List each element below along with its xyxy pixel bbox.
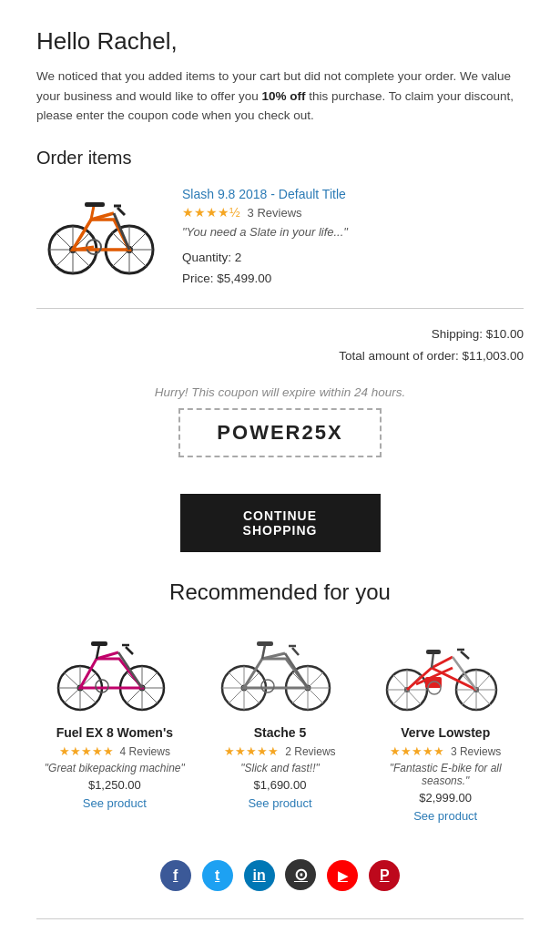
intro-text: We noticed that you added items to your … (36, 67, 524, 126)
rec-name-1: Stache 5 (202, 725, 359, 740)
discount-text: 10% off (261, 89, 305, 103)
pinterest-icon[interactable]: P (369, 860, 400, 891)
rec-reviews-2: 3 Reviews (451, 745, 501, 758)
rec-reviews-1: 2 Reviews (285, 745, 335, 758)
svg-line-55 (262, 645, 265, 659)
rec-item-2: Verve Lowstep ★★★★★ 3 Reviews "Fantastic… (367, 627, 524, 823)
email-container: Hello Rachel, We noticed that you added … (0, 0, 560, 933)
svg-line-17 (117, 208, 125, 215)
recommended-grid: Fuel EX 8 Women's ★★★★★ 4 Reviews "Great… (36, 627, 524, 823)
rec-name-2: Verve Lowstep (367, 725, 524, 740)
order-totals: Shipping: $10.00 Total amount of order: … (36, 323, 524, 368)
linkedin-icon[interactable]: in (244, 860, 275, 891)
rec-price-1: $1,690.00 (202, 778, 359, 792)
recommended-title: Recommended for you (36, 579, 524, 605)
rec-quote-2: "Fantastic E-bike for all seasons." (367, 762, 524, 787)
product-reviews: 3 Reviews (248, 206, 302, 220)
social-bar: f t in ⊙ ▶ P (36, 841, 524, 900)
footer-divider (36, 918, 524, 919)
svg-rect-36 (91, 641, 107, 646)
twitter-icon[interactable]: t (202, 860, 233, 891)
rec-quote-0: "Great bikepacking machine" (36, 762, 193, 774)
facebook-icon[interactable]: f (160, 860, 191, 891)
rec-link-2[interactable]: See product (413, 809, 477, 823)
rec-link-0[interactable]: See product (83, 796, 147, 810)
shipping-row: Shipping: $10.00 (36, 323, 524, 345)
total-row: Total amount of order: $11,003.00 (36, 345, 524, 367)
product-quantity: Quantity: 2 (182, 248, 524, 269)
rec-stars-0: ★★★★★ (59, 744, 114, 758)
product-price: Price: $5,499.00 (182, 269, 524, 290)
svg-rect-79 (426, 650, 441, 654)
product-details: Slash 9.8 2018 - Default Title ★★★★½ 3 R… (182, 183, 524, 290)
continue-shopping-button[interactable]: CONTINUE SHOPPING (180, 494, 381, 552)
order-item: Slash 9.8 2018 - Default Title ★★★★½ 3 R… (36, 183, 524, 290)
svg-line-75 (432, 657, 453, 668)
coupon-message: Hurry! This coupon will expire within 24… (36, 385, 524, 399)
rec-price-2: $2,999.00 (367, 791, 524, 805)
coupon-section: Hurry! This coupon will expire within 24… (36, 385, 524, 476)
svg-rect-15 (85, 202, 105, 207)
rec-stars-2: ★★★★★ (390, 744, 444, 758)
svg-point-60 (261, 680, 274, 692)
svg-line-57 (285, 653, 308, 688)
rec-price-0: $1,250.00 (36, 778, 193, 792)
rec-image-0 (36, 627, 193, 718)
coupon-code: POWER25X (178, 408, 381, 457)
svg-line-38 (126, 647, 133, 654)
order-items-title: Order items (36, 148, 524, 169)
product-image (36, 183, 164, 283)
order-divider (36, 308, 524, 309)
product-quote: "You need a Slate in your life..." (182, 225, 524, 239)
product-link[interactable]: Slash 9.8 2018 - Default Title (182, 187, 524, 201)
product-rating-row: ★★★★½ 3 Reviews (182, 205, 524, 220)
rec-image-2 (367, 627, 524, 718)
youtube-icon[interactable]: ▶ (327, 860, 358, 891)
product-stars: ★★★★½ (182, 205, 240, 220)
svg-rect-56 (257, 641, 273, 646)
rec-reviews-0: 4 Reviews (120, 745, 170, 758)
svg-line-80 (461, 651, 469, 659)
rec-quote-1: "Slick and fast!!" (202, 762, 359, 774)
rec-image-1 (202, 627, 359, 718)
instagram-icon[interactable]: ⊙ (285, 859, 316, 890)
rec-item-1: Stache 5 ★★★★★ 2 Reviews "Slick and fast… (202, 627, 359, 823)
rec-link-1[interactable]: See product (248, 796, 311, 810)
rec-stars-1: ★★★★★ (224, 744, 279, 758)
greeting: Hello Rachel, (36, 27, 524, 56)
svg-line-58 (292, 648, 299, 655)
rec-name-0: Fuel EX 8 Women's (36, 725, 193, 740)
rec-item-0: Fuel EX 8 Women's ★★★★★ 4 Reviews "Great… (36, 627, 193, 823)
